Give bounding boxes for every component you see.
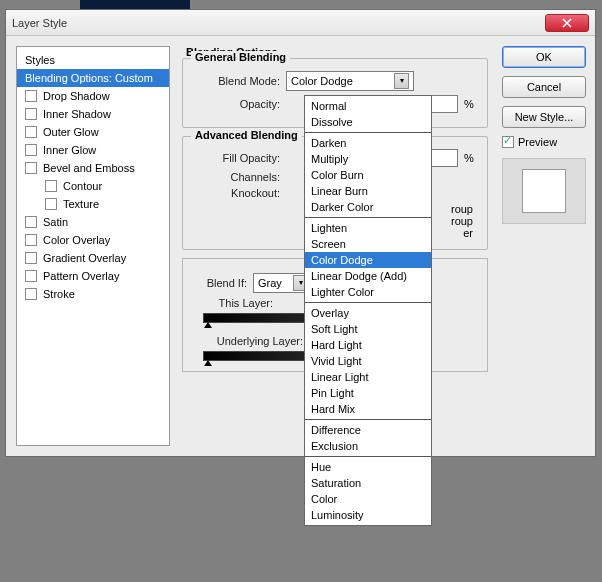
dropdown-item[interactable]: Vivid Light: [305, 353, 431, 369]
checkbox[interactable]: [25, 216, 37, 228]
layer-style-dialog: Layer Style Styles Blending Options: Cus…: [5, 9, 596, 457]
styles-item-label: Inner Glow: [43, 144, 96, 156]
channels-label: Channels:: [191, 171, 286, 183]
dropdown-item[interactable]: Dissolve: [305, 114, 431, 130]
dropdown-item[interactable]: Darken: [305, 135, 431, 151]
checkbox[interactable]: [25, 288, 37, 300]
blend-mode-dropdown[interactable]: NormalDissolveDarkenMultiplyColor BurnLi…: [304, 95, 432, 526]
dropdown-item[interactable]: Screen: [305, 236, 431, 252]
styles-item-label: Color Overlay: [43, 234, 110, 246]
dialog-title: Layer Style: [12, 17, 545, 29]
checkbox[interactable]: [45, 198, 57, 210]
styles-item[interactable]: Gradient Overlay: [17, 249, 169, 267]
advanced-blending-title: Advanced Blending: [191, 129, 302, 141]
dropdown-item[interactable]: Color: [305, 491, 431, 507]
blend-mode-combo[interactable]: Color Dodge ▾: [286, 71, 414, 91]
opacity-label: Opacity:: [191, 98, 286, 110]
new-style-button[interactable]: New Style...: [502, 106, 586, 128]
styles-item-label: Contour: [63, 180, 102, 192]
dropdown-item[interactable]: Lighter Color: [305, 284, 431, 300]
button-column: OK Cancel New Style... Preview: [502, 46, 586, 224]
checkbox[interactable]: [25, 162, 37, 174]
styles-item-label: Outer Glow: [43, 126, 99, 138]
styles-item-label: Gradient Overlay: [43, 252, 126, 264]
dropdown-item[interactable]: Darker Color: [305, 199, 431, 215]
styles-item[interactable]: Inner Glow: [17, 141, 169, 159]
styles-item-label: Inner Shadow: [43, 108, 111, 120]
styles-panel: Styles Blending Options: Custom Drop Sha…: [16, 46, 170, 446]
general-blending-title: General Blending: [191, 51, 290, 63]
styles-item[interactable]: Stroke: [17, 285, 169, 303]
dropdown-item[interactable]: Normal: [305, 98, 431, 114]
dropdown-item[interactable]: Luminosity: [305, 507, 431, 523]
dropdown-item[interactable]: Saturation: [305, 475, 431, 491]
checkbox[interactable]: [25, 270, 37, 282]
styles-item[interactable]: Texture: [17, 195, 169, 213]
dropdown-item[interactable]: Exclusion: [305, 438, 431, 454]
chevron-down-icon: ▾: [394, 73, 409, 89]
checkbox[interactable]: [25, 144, 37, 156]
dropdown-item[interactable]: Multiply: [305, 151, 431, 167]
styles-header[interactable]: Styles: [17, 51, 169, 69]
dropdown-item[interactable]: Color Burn: [305, 167, 431, 183]
dropdown-item[interactable]: Linear Light: [305, 369, 431, 385]
styles-item[interactable]: Pattern Overlay: [17, 267, 169, 285]
dropdown-item[interactable]: Linear Dodge (Add): [305, 268, 431, 284]
checkbox[interactable]: [25, 252, 37, 264]
styles-item[interactable]: Contour: [17, 177, 169, 195]
blend-if-label: Blend If:: [193, 277, 253, 289]
preview-swatch-box: [502, 158, 586, 224]
styles-item-label: Satin: [43, 216, 68, 228]
dropdown-item[interactable]: Hard Mix: [305, 401, 431, 417]
knockout-label: Knockout:: [191, 187, 286, 199]
styles-item[interactable]: Color Overlay: [17, 231, 169, 249]
fill-opacity-label: Fill Opacity:: [191, 152, 286, 164]
blend-mode-value: Color Dodge: [291, 75, 353, 87]
dropdown-item[interactable]: Overlay: [305, 305, 431, 321]
styles-item-label: Texture: [63, 198, 99, 210]
dropdown-item[interactable]: Linear Burn: [305, 183, 431, 199]
blend-mode-label: Blend Mode:: [191, 75, 286, 87]
ok-button[interactable]: OK: [502, 46, 586, 68]
dropdown-item[interactable]: Hard Light: [305, 337, 431, 353]
preview-label: Preview: [518, 136, 557, 148]
this-layer-label: This Layer:: [193, 297, 279, 309]
checkbox[interactable]: [25, 108, 37, 120]
styles-item-label: Drop Shadow: [43, 90, 110, 102]
styles-item-label: Pattern Overlay: [43, 270, 119, 282]
titlebar[interactable]: Layer Style: [6, 10, 595, 36]
checkbox[interactable]: [25, 234, 37, 246]
cancel-button[interactable]: Cancel: [502, 76, 586, 98]
dropdown-item[interactable]: Lighten: [305, 220, 431, 236]
styles-item[interactable]: Drop Shadow: [17, 87, 169, 105]
dropdown-item[interactable]: Difference: [305, 422, 431, 438]
percent-label: %: [464, 98, 474, 110]
checkbox[interactable]: [25, 90, 37, 102]
checkbox[interactable]: [25, 126, 37, 138]
dropdown-item[interactable]: Hue: [305, 459, 431, 475]
styles-item[interactable]: Bevel and Emboss: [17, 159, 169, 177]
checkbox[interactable]: [45, 180, 57, 192]
styles-item-blending-options[interactable]: Blending Options: Custom: [17, 69, 169, 87]
styles-item-label: Bevel and Emboss: [43, 162, 135, 174]
preview-checkbox[interactable]: [502, 136, 514, 148]
dropdown-item[interactable]: Pin Light: [305, 385, 431, 401]
close-button[interactable]: [545, 14, 589, 32]
styles-item[interactable]: Satin: [17, 213, 169, 231]
preview-swatch: [522, 169, 566, 213]
dropdown-item[interactable]: Color Dodge: [305, 252, 431, 268]
app-accent: [80, 0, 190, 9]
styles-item[interactable]: Outer Glow: [17, 123, 169, 141]
underlying-layer-label: Underlying Layer:: [193, 335, 309, 347]
dropdown-item[interactable]: Soft Light: [305, 321, 431, 337]
styles-item[interactable]: Inner Shadow: [17, 105, 169, 123]
styles-item-label: Stroke: [43, 288, 75, 300]
